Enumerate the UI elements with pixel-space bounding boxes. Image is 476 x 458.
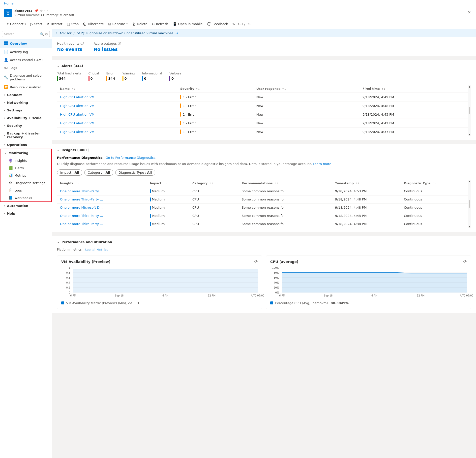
insights-table: Insights ↑↓Impact ↑↓Category ↑↓Recommend… xyxy=(57,180,471,228)
svg-rect-7 xyxy=(4,43,6,45)
stop-button[interactable]: □ Stop xyxy=(65,20,81,28)
sidebar-item-access-control[interactable]: 👤 Access control (IAM) xyxy=(0,56,52,64)
sidebar-item-diagnose[interactable]: 🔧 Diagnose and solve problems xyxy=(0,72,52,83)
alerts-table-header[interactable]: Name ↑↓ xyxy=(57,85,177,93)
cli-icon: >_ xyxy=(232,22,237,26)
alert-name-link[interactable]: High CPU alert on VM xyxy=(60,95,94,99)
access-control-icon: 👤 xyxy=(4,58,8,62)
feedback-button[interactable]: 💬 Feedback xyxy=(205,20,230,28)
sidebar-item-activity-log[interactable]: 📄 Activity log xyxy=(0,48,52,56)
perf-diag-link[interactable]: Go to Performance Diagnostics xyxy=(106,156,155,160)
alert-name-link[interactable]: High CPU alert on VM xyxy=(60,104,94,108)
sidebar-item-diagnostic_settings[interactable]: ⚙Diagnostic settings xyxy=(0,179,51,187)
star-icon[interactable]: ☆ xyxy=(40,9,43,13)
sidebar-group-backup[interactable]: › Backup + disaster recovery xyxy=(0,130,52,141)
alerts-table-header[interactable]: User response ↑↓ xyxy=(253,85,359,93)
alert-stat-value: 344 xyxy=(106,76,115,81)
hibernate-button[interactable]: ⏾ Hibernate xyxy=(81,20,106,28)
insights-table-header[interactable]: Insights ↑↓ xyxy=(57,180,147,187)
restart-button[interactable]: ↺ Restart xyxy=(45,20,64,28)
capture-button[interactable]: ⊡ Capture ▾ xyxy=(106,20,129,28)
insights-table-header[interactable]: Category ↑↓ xyxy=(189,180,239,187)
insights-table-header[interactable]: Recommendations ↑↓ xyxy=(239,180,332,187)
insights-table-wrapper: Insights ↑↓Impact ↑↓Category ↑↓Recommend… xyxy=(57,180,471,228)
x-axis-label: Sep 18 xyxy=(324,294,333,297)
scroll-up-arrow[interactable]: ▲ xyxy=(469,86,470,88)
svg-rect-8 xyxy=(6,43,8,45)
sidebar-group-security[interactable]: › Security xyxy=(0,122,52,130)
sidebar-item-workbooks[interactable]: 📘Workbooks xyxy=(0,194,51,201)
sidebar-item-metrics[interactable]: 📊Metrics xyxy=(0,172,51,179)
severity-dot xyxy=(180,112,181,117)
sidebar-item-logs[interactable]: 📋Logs xyxy=(0,187,51,194)
sidebar-group-connect[interactable]: › Connect xyxy=(0,91,52,99)
sidebar-item-resource-visualizer[interactable]: 🔀 Resource visualizer xyxy=(0,83,52,91)
alert-time-cell: 9/18/2024, 4:37 PM xyxy=(359,128,471,136)
insights-filter-chip[interactable]: Diagnostic Type : All xyxy=(115,169,155,176)
insight-name-link[interactable]: One or more Third-Party ... xyxy=(60,189,103,193)
insights-table-header[interactable]: Impact ↑↓ xyxy=(147,180,189,187)
sidebar-group-help[interactable]: › Help xyxy=(0,210,52,217)
alerts-section-header[interactable]: ⌄ Alerts (344) xyxy=(57,64,471,68)
sidebar-group-monitoring[interactable]: ⌄ Monitoring xyxy=(0,149,51,157)
sort-icon: ↑↓ xyxy=(209,182,213,185)
insight-name-link[interactable]: One or more Third-Party ... xyxy=(60,197,103,201)
alerts-table-header[interactable]: Fired time ↑↓ xyxy=(359,85,471,93)
chart-svg-container: 6 PMSep 186 AM12 PMUTC-07:00 xyxy=(282,268,467,299)
delete-button[interactable]: 🗑 Delete xyxy=(130,20,149,28)
chart-pin-button[interactable] xyxy=(254,260,258,265)
sidebar-group-settings[interactable]: › Settings xyxy=(0,106,52,114)
sidebar-group-availability[interactable]: › Availability + scale xyxy=(0,114,52,122)
insights-filter-chip[interactable]: Category : All xyxy=(84,169,113,176)
alert-stat-label: Verbose xyxy=(169,72,181,75)
alert-name-link[interactable]: High CPU alert on VM xyxy=(60,113,94,116)
insights-section-header[interactable]: ⌄ Insights (300+) xyxy=(57,148,471,152)
alert-name-link[interactable]: High CPU alert on VM xyxy=(60,130,94,134)
sidebar-item-overview[interactable]: Overview xyxy=(0,39,52,48)
ellipsis-icon[interactable]: ··· xyxy=(44,9,48,13)
sidebar-group-operations[interactable]: › Operations xyxy=(0,141,52,149)
performance-section-header[interactable]: ⌄ Performance and utilization xyxy=(57,240,471,244)
connect-button[interactable]: ↗ Connect ▾ xyxy=(4,20,28,28)
sidebar-group-automation[interactable]: › Automation xyxy=(0,202,52,210)
sidebar-item-alerts[interactable]: 🟩Alerts xyxy=(0,164,51,172)
chart-svg xyxy=(282,268,467,293)
pin-icon[interactable]: 📌 xyxy=(34,9,38,13)
scroll-down-arrow[interactable]: ▼ xyxy=(469,133,470,136)
sort-icon: ↑↓ xyxy=(71,88,75,90)
svg-rect-6 xyxy=(6,41,8,43)
insights-scrollbar[interactable]: ▲ ▼ xyxy=(468,180,471,228)
sidebar-group-networking[interactable]: › Networking xyxy=(0,99,52,106)
breadcrumb-home[interactable]: Home xyxy=(4,1,13,5)
y-axis-label: 0% xyxy=(275,291,279,294)
chart-pin-button[interactable] xyxy=(463,260,467,265)
insight-name-link[interactable]: One or more Third-Party ... xyxy=(60,222,103,226)
alerts-scrollbar[interactable]: ▲ ▼ xyxy=(468,85,471,136)
open-mobile-button[interactable]: 📱 Open in mobile xyxy=(171,20,205,28)
close-button[interactable]: ✕ xyxy=(467,9,472,16)
insight-name-link[interactable]: One or more Microsoft D... xyxy=(60,206,103,209)
alert-stat-label: Warning xyxy=(122,72,135,75)
alert-name-link[interactable]: High CPU alert on VM xyxy=(60,121,94,125)
alert-name-cell: High CPU alert on VM xyxy=(57,119,177,128)
refresh-button[interactable]: ↻ Refresh xyxy=(150,20,170,28)
advisor-link[interactable]: → xyxy=(175,31,178,35)
alert-response-cell: New xyxy=(253,110,359,119)
sidebar-item-insights[interactable]: 🔮Insights xyxy=(0,157,51,164)
alerts-table-header[interactable]: Severity ↑↓ xyxy=(177,85,253,93)
insights-filter-chip[interactable]: Impact : All xyxy=(57,169,82,176)
learn-more-link[interactable]: Learn more xyxy=(313,162,331,166)
insights-scroll-up-arrow[interactable]: ▲ xyxy=(469,180,470,182)
filter-icon[interactable]: ⚙ xyxy=(45,32,48,36)
see-all-metrics-link[interactable]: See all Metrics xyxy=(85,248,108,252)
cli-ps-button[interactable]: >_ CLI / PS xyxy=(230,20,252,28)
insights-table-header[interactable]: Timestamp ↑↓ xyxy=(332,180,401,187)
table-row: One or more Microsoft D... Medium CPU So… xyxy=(57,203,471,212)
insight-timestamp-cell: 9/18/2024, 4:48 PM xyxy=(332,195,401,203)
sidebar-item-tags[interactable]: 🏷 Tags xyxy=(0,64,52,72)
insight-name-link[interactable]: One or more Third-Party ... xyxy=(60,214,103,218)
start-button[interactable]: ▷ Start xyxy=(29,20,44,28)
operations-group-chevron: › xyxy=(4,143,5,146)
insights-table-header[interactable]: Diagnostic Type ↑↓ xyxy=(401,180,471,187)
insights-scroll-down-arrow[interactable]: ▼ xyxy=(469,226,470,228)
